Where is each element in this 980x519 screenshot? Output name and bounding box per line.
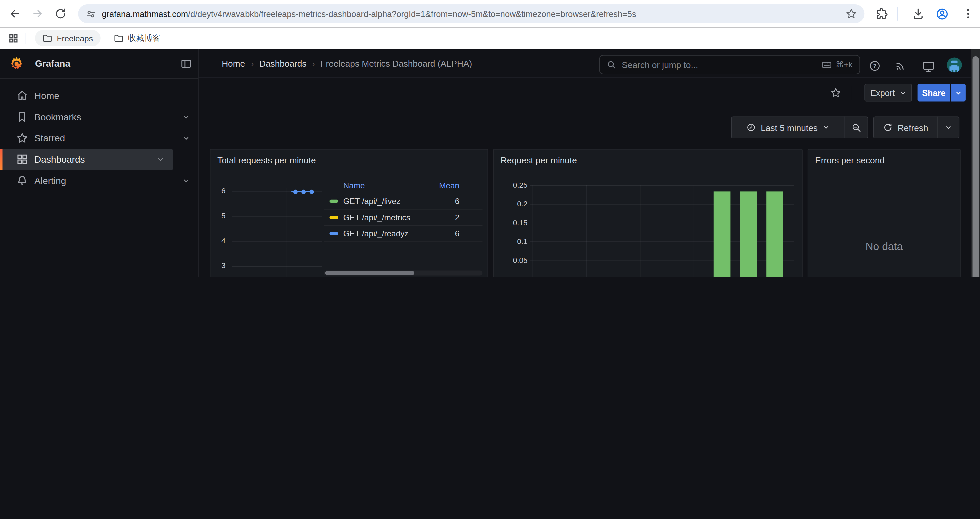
- chevron-down-icon[interactable]: [183, 177, 190, 184]
- y-tick: 5: [210, 211, 226, 220]
- site-settings-icon[interactable]: [86, 8, 96, 19]
- panel-title[interactable]: Request per minute: [501, 155, 577, 165]
- search-placeholder: Search or jump to...: [622, 60, 698, 70]
- sidebar-item-home[interactable]: Home: [0, 85, 199, 107]
- bell-icon: [16, 175, 29, 187]
- chevron-down-icon[interactable]: [157, 156, 164, 163]
- chevron-down-icon: [945, 124, 952, 131]
- dock-sidebar-icon[interactable]: [181, 58, 192, 69]
- breadcrumb-current: Freeleaps Metrics Dashboard (ALPHA): [320, 59, 472, 69]
- refresh-icon: [883, 123, 892, 132]
- bar-2xx: [740, 192, 757, 277]
- export-button[interactable]: Export: [864, 84, 912, 101]
- legend-row: GET /api/_/livez 6: [324, 193, 483, 209]
- browser-menu-icon[interactable]: [962, 7, 974, 20]
- sidebar-item-dashboards[interactable]: Dashboards: [0, 149, 173, 170]
- bookmark-label: Freeleaps: [57, 34, 93, 43]
- y-tick: 3: [210, 261, 226, 270]
- bookmark-star-icon[interactable]: [846, 8, 857, 19]
- chevron-down-icon: [822, 124, 830, 131]
- bookmark-folder-freeleaps[interactable]: Freeleaps: [35, 30, 100, 46]
- legend-header-name[interactable]: Name: [324, 181, 439, 190]
- bookmarks-bar: Freeleaps 收藏博客: [0, 27, 980, 50]
- bar-2xx: [714, 192, 731, 277]
- refresh-button[interactable]: Refresh: [873, 117, 938, 139]
- series-name[interactable]: GET /api/_/readyz: [324, 229, 439, 238]
- download-icon[interactable]: [912, 7, 924, 20]
- help-icon[interactable]: ?: [869, 60, 881, 72]
- zoom-out-icon: [851, 122, 861, 132]
- share-button[interactable]: Share: [918, 84, 950, 101]
- series-mean: 6: [439, 229, 482, 238]
- apps-grid-icon[interactable]: [8, 33, 19, 44]
- sidebar-item-label: Starred: [34, 133, 65, 143]
- news-rss-icon[interactable]: [894, 60, 906, 72]
- series-name[interactable]: GET /api/_/metrics: [324, 213, 439, 222]
- y-tick: 0.05: [494, 256, 527, 265]
- home-icon: [16, 89, 29, 102]
- forward-icon[interactable]: [31, 7, 44, 20]
- chevron-down-icon[interactable]: [183, 113, 190, 121]
- search-input[interactable]: Search or jump to... ⌘+k: [600, 55, 860, 75]
- sidebar-item-bookmarks[interactable]: Bookmarks: [0, 107, 199, 128]
- breadcrumb-separator: ›: [251, 59, 253, 69]
- reload-icon[interactable]: [54, 7, 67, 20]
- share-menu-button[interactable]: [951, 84, 965, 101]
- bar-2xx: [766, 192, 783, 277]
- series-mean: 2: [439, 213, 482, 222]
- breadcrumb-dashboards[interactable]: Dashboards: [259, 59, 306, 69]
- legend-header-mean[interactable]: Mean: [439, 181, 482, 190]
- export-label: Export: [870, 88, 895, 97]
- bookmark-folder-blogs[interactable]: 收藏博客: [107, 30, 168, 46]
- svg-text:?: ?: [873, 63, 876, 69]
- product-title[interactable]: Grafana: [35, 58, 70, 69]
- zoom-out-button[interactable]: [844, 117, 868, 139]
- breadcrumb-home[interactable]: Home: [222, 59, 245, 69]
- series-color-pill: [329, 200, 338, 203]
- back-icon[interactable]: [9, 7, 21, 20]
- user-avatar[interactable]: [947, 57, 962, 72]
- sidebar-item-starred[interactable]: Starred: [0, 128, 199, 149]
- chevron-down-icon: [955, 89, 962, 96]
- search-icon: [607, 60, 616, 69]
- grafana-logo-icon[interactable]: [9, 56, 24, 72]
- main-area: Home › Dashboards › Freeleaps Metrics Da…: [199, 50, 970, 277]
- y-tick: 4: [210, 236, 226, 245]
- controls-divider: [851, 86, 851, 99]
- y-tick: 0.1: [494, 237, 527, 246]
- y-tick: 0.15: [494, 219, 527, 227]
- panel-title[interactable]: Errors per second: [815, 155, 885, 165]
- toolbar-divider: [897, 7, 897, 21]
- series-name[interactable]: GET /api/_/livez: [324, 196, 439, 206]
- sidebar-item-label: Alerting: [34, 175, 66, 186]
- monitor-icon[interactable]: [922, 60, 935, 73]
- refresh-interval-button[interactable]: [938, 117, 960, 139]
- sidebar-header: Grafana: [0, 50, 198, 79]
- legend-row: GET /api/_/readyz 6: [324, 225, 483, 243]
- page-scrollbar[interactable]: [970, 50, 980, 277]
- scrollbar-thumb[interactable]: [972, 56, 978, 277]
- panel-title[interactable]: Total requests per minute: [218, 155, 316, 165]
- grafana-app: Grafana Home Bookmarks: [0, 50, 980, 277]
- sidebar-item-label: Bookmarks: [34, 112, 81, 122]
- sidebar-item-alerting[interactable]: Alerting: [0, 170, 199, 192]
- chevron-down-icon[interactable]: [183, 134, 190, 142]
- screen: grafana.mathmast.com/d/deytv4rwavabkb/fr…: [0, 0, 980, 277]
- extensions-icon[interactable]: [876, 7, 888, 20]
- legend-scrollbar[interactable]: [324, 270, 483, 275]
- y-tick: 0: [494, 275, 527, 277]
- legend-table: Name Mean GET /api/_/livez 6 GET /api/_/…: [324, 178, 483, 242]
- address-bar[interactable]: grafana.mathmast.com/d/deytv4rwavabkb/fr…: [78, 4, 864, 23]
- profile-icon[interactable]: [935, 7, 949, 21]
- legend-row: GET /api/_/metrics 2: [324, 209, 483, 225]
- breadcrumb-separator: ›: [312, 59, 315, 69]
- url-host: grafana.mathmast.com: [102, 9, 188, 18]
- star-icon: [16, 132, 29, 144]
- time-range-picker[interactable]: Last 5 minutes: [731, 117, 844, 139]
- no-data-message: No data: [808, 241, 960, 253]
- folder-icon: [42, 33, 52, 43]
- y-tick: 6: [210, 186, 226, 195]
- bookmarks-divider: [26, 33, 26, 45]
- favorite-star-icon[interactable]: [830, 87, 841, 98]
- sidebar-item-label: Home: [34, 90, 59, 101]
